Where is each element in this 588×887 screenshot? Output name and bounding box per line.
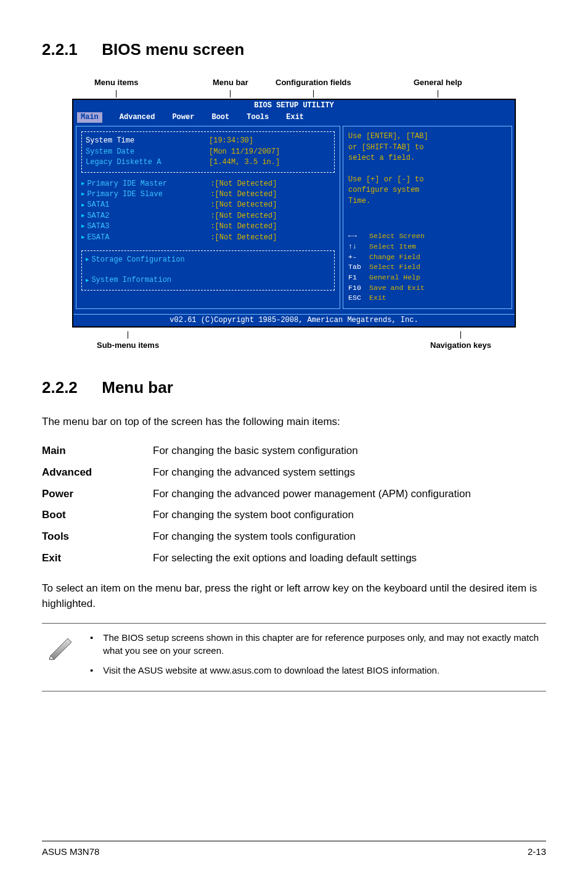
callout-submenu: Sub-menu items [97,340,159,350]
device-value: :[Not Detected] [210,233,277,243]
footer-left: ASUS M3N78 [42,845,99,859]
field-value[interactable]: [19:34:30] [209,136,253,146]
device-value: :[Not Detected] [210,211,277,221]
field-label: System Time [86,136,209,146]
def-term: Power [42,484,153,505]
device-label[interactable]: SATA2 [87,211,210,221]
def-desc: For changing the advanced system setting… [153,462,471,484]
bios-menu-boot[interactable]: Boot [211,112,229,123]
section-heading: 2.2.2 Menu bar [42,376,546,400]
bios-menubar: Main Advanced Power Boot Tools Exit [73,112,515,123]
section-title: Menu bar [102,378,173,397]
bios-menu-exit[interactable]: Exit [286,112,304,123]
legend-desc: Save and Exit [369,284,425,292]
legend-desc: Select Field [369,263,420,271]
submenu-item[interactable]: Storage Configuration [91,255,184,265]
top-callouts: Menu items Menu bar Configuration fields… [72,76,516,99]
bios-window: BIOS SETUP UTILITY Main Advanced Power B… [72,99,516,328]
submenu-item[interactable]: System Information [91,275,171,286]
select-instruction: To select an item on the menu bar, press… [42,581,546,611]
def-desc: For selecting the exit options and loadi… [153,548,471,569]
callout-nav-keys: Navigation keys [430,340,491,350]
legend-key: ↑↓ [348,242,369,252]
note-list: The BIOS setup screens shown in this cha… [88,631,542,683]
def-desc: For changing the system boot configurati… [153,505,471,526]
bios-diagram: Menu items Menu bar Configuration fields… [72,76,516,352]
table-row: BootFor changing the system boot configu… [42,505,471,526]
bios-menu-tools[interactable]: Tools [247,112,269,123]
legend-desc: Exit [369,294,386,302]
bios-time-box: System Time[19:34:30] System Date[Mon 11… [81,131,335,172]
bios-menu-main[interactable]: Main [77,112,102,123]
note-block: The BIOS setup screens shown in this cha… [42,623,546,691]
device-label[interactable]: ESATA [87,233,210,243]
bottom-callouts: Sub-menu items Navigation keys [72,331,516,352]
device-label[interactable]: Primary IDE Slave [87,189,210,200]
table-row: ToolsFor changing the system tools confi… [42,526,471,548]
bios-title: BIOS SETUP UTILITY [73,100,515,112]
definitions-table: MainFor changing the basic system config… [42,440,471,569]
field-value[interactable]: [Mon 11/19/2007] [209,147,280,157]
device-value: :[Not Detected] [210,221,277,232]
table-row: AdvancedFor changing the advanced system… [42,462,471,484]
table-row: ExitFor selecting the exit options and l… [42,548,471,569]
bios-device-list: Primary IDE Master:[Not Detected]Primary… [81,179,335,243]
bios-help-pane: Use [ENTER], [TAB]or [SHIFT-TAB] toselec… [343,126,512,308]
bios-help-text: Use [ENTER], [TAB]or [SHIFT-TAB] toselec… [348,131,507,207]
bios-menu-power[interactable]: Power [172,112,194,123]
legend-key: F1 [348,273,369,283]
field-label: System Date [86,147,209,157]
legend-desc: Select Item [369,242,416,250]
def-term: Exit [42,548,153,569]
section-number: 2.2.1 [42,38,97,62]
legend-key: F10 [348,283,369,294]
field-value[interactable]: [1.44M, 3.5 in.] [209,157,280,168]
def-term: Main [42,440,153,462]
bios-menu-advanced[interactable]: Advanced [120,112,155,123]
device-label[interactable]: SATA1 [87,200,210,210]
svg-marker-0 [49,638,71,659]
legend-desc: Select Screen [369,232,425,240]
section-title: BIOS menu screen [102,40,244,59]
menubar-intro: The menu bar on top of the screen has th… [42,415,546,430]
bios-legend: ←→Select Screen↑↓Select Item+-Change Fie… [348,231,507,303]
legend-key: ←→ [348,231,369,242]
def-desc: For changing the basic system configurat… [153,440,471,462]
def-term: Boot [42,505,153,526]
note-item: The BIOS setup screens shown in this cha… [88,631,542,658]
table-row: PowerFor changing the advanced power man… [42,484,471,505]
section-number: 2.2.2 [42,376,97,400]
legend-desc: Change Field [369,253,420,261]
callout-menu-items: Menu items [94,78,139,87]
def-term: Tools [42,526,153,548]
callout-config-fields: Configuration fields [276,78,351,87]
page-footer: ASUS M3N78 2-13 [42,841,546,859]
legend-desc: General Help [369,273,420,281]
bios-copyright: v02.61 (C)Copyright 1985-2008, American … [73,314,515,326]
bios-left-pane: System Time[19:34:30] System Date[Mon 11… [76,126,340,308]
legend-key: +- [348,252,369,263]
footer-right: 2-13 [528,845,546,859]
device-value: :[Not Detected] [210,200,277,210]
field-label: Legacy Diskette A [86,157,209,168]
legend-key: ESC [348,293,369,303]
table-row: MainFor changing the basic system config… [42,440,471,462]
device-value: :[Not Detected] [210,179,277,189]
callout-general-help: General help [414,78,462,87]
device-label[interactable]: SATA3 [87,221,210,232]
def-desc: For changing the system tools configurat… [153,526,471,548]
device-label[interactable]: Primary IDE Master [87,179,210,189]
legend-key: Tab [348,262,369,273]
def-term: Advanced [42,462,153,484]
pencil-icon [46,631,75,661]
bios-submenu-box: Storage Configuration System Information [81,250,335,291]
callout-menu-bar: Menu bar [213,78,248,87]
device-value: :[Not Detected] [210,189,277,200]
def-desc: For changing the advanced power manageme… [153,484,471,505]
note-item: Visit the ASUS website at www.asus.com t… [88,664,542,677]
section-heading: 2.2.1 BIOS menu screen [42,38,546,62]
